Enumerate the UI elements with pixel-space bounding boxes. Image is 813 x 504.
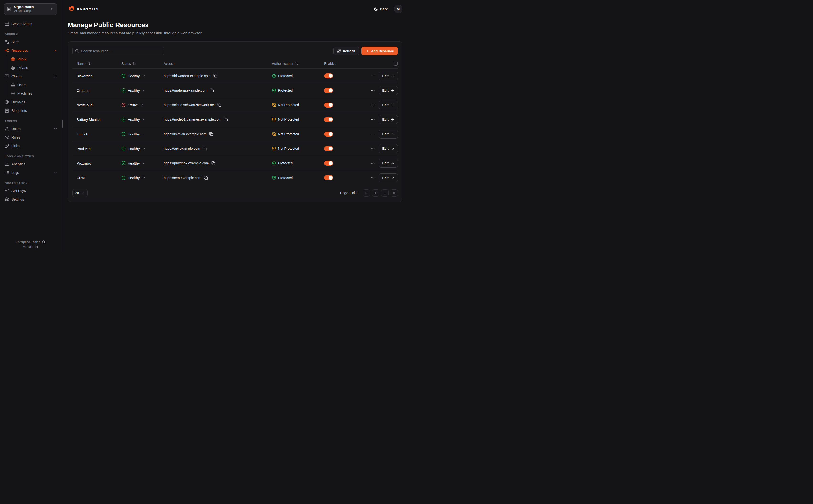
- main-content: PANGOLIN Dark M Manage Public Resources …: [61, 0, 406, 252]
- copy-url-button[interactable]: [203, 147, 207, 150]
- sort-icon: [87, 62, 90, 65]
- chevron-up-icon: [54, 75, 57, 78]
- copy-url-button[interactable]: [209, 132, 213, 136]
- status-dropdown[interactable]: Offline: [121, 103, 164, 107]
- column-header-name[interactable]: Name: [77, 62, 121, 66]
- status-dropdown[interactable]: Healthy: [121, 146, 164, 151]
- last-page-button[interactable]: [390, 189, 398, 197]
- sidebar-item-domains[interactable]: Domains: [0, 98, 61, 106]
- edit-button[interactable]: Edit: [379, 159, 398, 168]
- row-menu-button[interactable]: [370, 103, 375, 107]
- shield-check-icon: [272, 176, 276, 180]
- sidebar-item-roles[interactable]: Roles: [0, 133, 61, 142]
- sidebar-item-logs[interactable]: Logs: [0, 168, 61, 177]
- copy-url-button[interactable]: [224, 118, 228, 121]
- sidebar-item-clients[interactable]: Clients: [0, 72, 61, 81]
- copy-url-button[interactable]: [217, 103, 221, 107]
- sidebar-item-sites[interactable]: Sites: [0, 38, 61, 46]
- status-dropdown[interactable]: Healthy: [121, 176, 164, 180]
- row-menu-button[interactable]: [370, 74, 375, 78]
- resource-url: https://crm.example.com: [164, 176, 201, 180]
- row-menu-button[interactable]: [370, 132, 375, 136]
- add-resource-button[interactable]: Add Resource: [361, 47, 398, 55]
- columns-settings-icon[interactable]: [393, 62, 398, 66]
- sidebar-item-blueprints[interactable]: Blueprints: [0, 106, 61, 115]
- sidebar-item-public[interactable]: Public: [0, 55, 61, 63]
- globe-lock-icon: [11, 66, 15, 70]
- search-input[interactable]: [72, 47, 164, 55]
- sidebar-item-private[interactable]: Private: [0, 63, 61, 72]
- page-size-select[interactable]: 20: [72, 189, 88, 197]
- auth-label: Not Protected: [278, 132, 299, 136]
- edit-button[interactable]: Edit: [379, 115, 398, 124]
- prev-page-button[interactable]: [372, 189, 379, 197]
- enabled-toggle[interactable]: [324, 117, 333, 122]
- server-icon: [5, 22, 9, 26]
- enabled-toggle[interactable]: [324, 103, 333, 108]
- sidebar-item-api-keys[interactable]: API Keys: [0, 186, 61, 195]
- edit-button[interactable]: Edit: [379, 86, 398, 95]
- row-menu-button[interactable]: [370, 175, 375, 180]
- building-icon: [7, 7, 12, 11]
- sidebar-item-label: Public: [17, 57, 57, 61]
- enabled-toggle[interactable]: [324, 146, 333, 151]
- sidebar-item-analytics[interactable]: Analytics: [0, 160, 61, 168]
- brand[interactable]: PANGOLIN: [68, 5, 98, 13]
- status-label: Healthy: [128, 74, 140, 78]
- first-page-button[interactable]: [362, 189, 370, 197]
- auth-label: Not Protected: [278, 147, 299, 150]
- status-label: Healthy: [128, 88, 140, 93]
- edit-button[interactable]: Edit: [379, 130, 398, 139]
- enabled-toggle[interactable]: [324, 88, 333, 93]
- status-dropdown[interactable]: Healthy: [121, 74, 164, 78]
- resource-url: https://proxmox.example.com: [164, 161, 209, 165]
- sidebar-item-resources[interactable]: Resources: [0, 46, 61, 55]
- edit-button[interactable]: Edit: [379, 173, 398, 182]
- resource-name: CRM: [77, 176, 85, 180]
- copy-url-button[interactable]: [213, 74, 217, 78]
- theme-toggle[interactable]: Dark: [374, 7, 387, 11]
- sidebar-item-users[interactable]: Users: [0, 124, 61, 133]
- row-menu-button[interactable]: [370, 146, 375, 151]
- server-icon: [11, 92, 15, 96]
- column-header-authentication[interactable]: Authentication: [272, 62, 324, 66]
- sidebar-item-links[interactable]: Links: [0, 142, 61, 150]
- copy-url-button[interactable]: [204, 176, 208, 180]
- copy-url-button[interactable]: [211, 161, 215, 165]
- edition-row[interactable]: Enterprise Edition: [0, 240, 61, 244]
- status-dropdown[interactable]: Healthy: [121, 132, 164, 136]
- status-dropdown[interactable]: Healthy: [121, 88, 164, 93]
- sidebar-item-settings[interactable]: Settings: [0, 195, 61, 204]
- arrow-right-icon: [391, 176, 394, 180]
- status-dropdown[interactable]: Healthy: [121, 117, 164, 122]
- status-label: Healthy: [128, 132, 140, 136]
- chevron-down-icon: [142, 118, 145, 121]
- circle-check-icon: [121, 161, 126, 165]
- enabled-toggle[interactable]: [324, 161, 333, 166]
- copy-url-button[interactable]: [210, 88, 214, 92]
- sidebar-item-label: Links: [11, 144, 57, 148]
- row-menu-button[interactable]: [370, 161, 375, 165]
- sidebar-item-label: Resources: [11, 49, 51, 52]
- edit-button[interactable]: Edit: [379, 101, 398, 109]
- edit-button[interactable]: Edit: [379, 144, 398, 153]
- status-dropdown[interactable]: Healthy: [121, 161, 164, 165]
- edit-button[interactable]: Edit: [379, 72, 398, 80]
- next-page-button[interactable]: [381, 189, 388, 197]
- sidebar-item-users[interactable]: Users: [0, 81, 61, 89]
- section-label-access: Access: [5, 120, 57, 123]
- refresh-button[interactable]: Refresh: [333, 47, 359, 55]
- sidebar-item-server-admin[interactable]: Server Admin: [0, 20, 61, 28]
- enabled-toggle[interactable]: [324, 132, 333, 137]
- column-header-status[interactable]: Status: [121, 62, 164, 66]
- avatar[interactable]: M: [394, 5, 402, 13]
- sidebar-item-machines[interactable]: Machines: [0, 89, 61, 98]
- row-menu-button[interactable]: [370, 88, 375, 93]
- enabled-toggle[interactable]: [324, 73, 333, 78]
- row-menu-button[interactable]: [370, 117, 375, 122]
- org-selector[interactable]: Organization ACME Corp.: [4, 3, 57, 15]
- chevron-down-icon: [140, 103, 143, 107]
- enabled-toggle[interactable]: [324, 175, 333, 180]
- sidebar-resize-handle[interactable]: [62, 120, 62, 128]
- version-row[interactable]: v1.13.0: [0, 245, 61, 249]
